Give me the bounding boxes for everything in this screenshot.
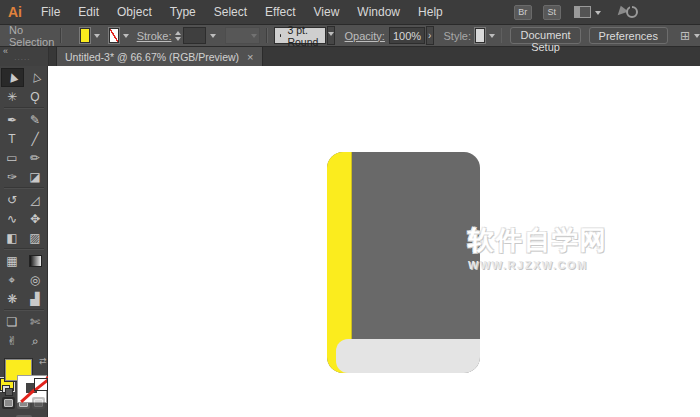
brush-preview-dot-icon bbox=[280, 34, 282, 37]
variable-width-profile-select[interactable] bbox=[225, 27, 260, 44]
opacity-label[interactable]: Opacity: bbox=[345, 30, 385, 42]
pen-tool[interactable]: ✒ bbox=[1, 110, 24, 129]
gradient-tool[interactable] bbox=[24, 251, 47, 270]
close-icon[interactable]: × bbox=[247, 52, 253, 62]
workspace-icon bbox=[574, 6, 591, 18]
illustrator-window: Ai FileEditObjectTypeSelectEffectViewWin… bbox=[0, 0, 700, 417]
mesh-tool[interactable]: ▦ bbox=[1, 251, 24, 270]
blob-brush-tool[interactable]: ✑ bbox=[1, 167, 24, 186]
brush-definition-value: 3 pt. Round bbox=[287, 24, 319, 48]
eyedropper-tool[interactable]: ⌖ bbox=[1, 270, 24, 289]
collapse-panel-button[interactable]: « bbox=[3, 47, 8, 56]
chevron-down-icon bbox=[328, 32, 334, 39]
fill-dropdown-chevron[interactable] bbox=[94, 34, 100, 41]
opacity-expand-button[interactable]: › bbox=[426, 26, 433, 45]
menu-item-file[interactable]: File bbox=[32, 0, 69, 24]
paintbrush-icon: ✎ bbox=[30, 113, 40, 127]
menu-item-effect[interactable]: Effect bbox=[256, 0, 304, 24]
type-icon: T bbox=[8, 132, 15, 146]
blob-brush-icon: ✑ bbox=[7, 170, 17, 184]
rotate-tool[interactable]: ↺ bbox=[1, 190, 24, 209]
cs-live-button[interactable] bbox=[619, 6, 638, 18]
draw-normal-button[interactable] bbox=[2, 397, 15, 409]
book-artwork[interactable] bbox=[327, 152, 480, 373]
stroke-color-swatch[interactable] bbox=[109, 28, 119, 43]
brush-panel-button[interactable]: Br bbox=[514, 5, 532, 20]
mesh-icon: ▦ bbox=[6, 254, 17, 268]
eraser-tool[interactable]: ◪ bbox=[24, 167, 47, 186]
menu-item-help[interactable]: Help bbox=[409, 0, 452, 24]
menu-item-window[interactable]: Window bbox=[348, 0, 409, 24]
workspace-switcher[interactable] bbox=[574, 6, 601, 18]
rectangle-icon: ▭ bbox=[6, 151, 17, 165]
selection-status-label: No Selection bbox=[9, 24, 54, 48]
document-setup-button[interactable]: Document Setup bbox=[510, 27, 580, 44]
stroke-weight-chevron[interactable] bbox=[210, 34, 216, 41]
document-tab[interactable]: Untitled-3* @ 66.67% (RGB/Preview) × bbox=[56, 47, 263, 67]
artboard-tool[interactable]: ❏ bbox=[1, 312, 24, 331]
separator bbox=[60, 28, 62, 43]
shape-builder-icon: ◧ bbox=[6, 231, 17, 245]
align-options-icon[interactable]: ⊞ bbox=[680, 29, 690, 43]
style-label: Style: bbox=[444, 30, 472, 42]
fill-color-swatch[interactable] bbox=[80, 28, 90, 43]
book-bottom-band-shape[interactable] bbox=[336, 339, 480, 373]
slice-icon: ✄ bbox=[30, 315, 40, 329]
stroke-weight-select[interactable] bbox=[183, 27, 206, 44]
pencil-icon: ✏ bbox=[30, 151, 40, 165]
panel-grip-icon[interactable]: ∙∙∙∙∙ bbox=[14, 56, 30, 64]
perspective-grid-tool[interactable]: ▨ bbox=[24, 228, 47, 247]
symbol-sprayer-tool[interactable]: ❋ bbox=[1, 289, 24, 308]
default-fill-stroke-icon[interactable] bbox=[2, 385, 11, 394]
magic-wand-tool[interactable]: ✳ bbox=[1, 87, 24, 106]
watermark: 软件自学网 WWW.RJZXW.COM bbox=[468, 223, 608, 271]
menu-item-type[interactable]: Type bbox=[161, 0, 205, 24]
brush-definition-chevron[interactable] bbox=[327, 26, 335, 45]
menu-item-view[interactable]: View bbox=[305, 0, 349, 24]
menu-item-object[interactable]: Object bbox=[108, 0, 161, 24]
menu-item-edit[interactable]: Edit bbox=[69, 0, 108, 24]
align-options-chevron[interactable] bbox=[694, 34, 700, 41]
pencil-tool[interactable]: ✏ bbox=[24, 148, 47, 167]
magic-wand-icon: ✳ bbox=[7, 90, 17, 104]
stroke-dropdown-chevron[interactable] bbox=[123, 34, 129, 41]
type-tool[interactable]: T bbox=[1, 129, 24, 148]
rectangle-tool[interactable]: ▭ bbox=[1, 148, 24, 167]
watermark-text: 软件自学网 bbox=[468, 223, 608, 258]
separator bbox=[501, 28, 503, 43]
selection-tool[interactable]: ▶ bbox=[1, 68, 24, 87]
symbol-sprayer-icon: ❋ bbox=[7, 292, 17, 306]
column-graph-tool[interactable]: ▟ bbox=[24, 289, 47, 308]
eyedropper-icon: ⌖ bbox=[9, 273, 16, 287]
brush-definition-select[interactable]: 3 pt. Round bbox=[274, 27, 326, 44]
style-panel-button[interactable]: St bbox=[543, 5, 561, 20]
slice-tool[interactable]: ✄ bbox=[24, 312, 47, 331]
swap-fill-stroke-icon[interactable]: ⇄ bbox=[39, 356, 47, 366]
shape-builder-tool[interactable]: ◧ bbox=[1, 228, 24, 247]
width-tool[interactable]: ∿ bbox=[1, 209, 24, 228]
tools-panel: ▶▷✳Ǫ✒✎T╱▭✏✑◪↺◿∿✥◧▨▦⌖◎❋▟❏✄✌⌕ ⇄ bbox=[0, 66, 48, 417]
artboard-canvas[interactable]: 软件自学网 WWW.RJZXW.COM bbox=[48, 66, 700, 417]
free-transform-tool[interactable]: ✥ bbox=[24, 209, 47, 228]
opacity-input[interactable]: 100% bbox=[389, 27, 425, 44]
gradient-icon bbox=[29, 255, 42, 267]
menu-item-select[interactable]: Select bbox=[205, 0, 256, 24]
zoom-icon: ⌕ bbox=[32, 334, 39, 348]
scale-tool[interactable]: ◿ bbox=[24, 190, 47, 209]
stroke-weight-stepper[interactable] bbox=[175, 28, 181, 44]
line-segment-tool[interactable]: ╱ bbox=[24, 129, 47, 148]
app-logo[interactable]: Ai bbox=[8, 4, 22, 20]
paintbrush-tool[interactable]: ✎ bbox=[24, 110, 47, 129]
zoom-tool[interactable]: ⌕ bbox=[24, 331, 47, 350]
hand-tool[interactable]: ✌ bbox=[1, 331, 24, 350]
direct-selection-tool[interactable]: ▷ bbox=[24, 68, 47, 87]
style-dropdown-chevron[interactable] bbox=[489, 34, 495, 41]
preferences-button[interactable]: Preferences bbox=[589, 27, 668, 44]
stroke-label[interactable]: Stroke: bbox=[137, 30, 172, 42]
rotate-icon: ↺ bbox=[7, 193, 17, 207]
lasso-tool[interactable]: Ǫ bbox=[24, 87, 47, 106]
blend-tool[interactable]: ◎ bbox=[24, 270, 47, 289]
style-swatch-select[interactable] bbox=[475, 28, 485, 43]
eraser-icon: ◪ bbox=[29, 170, 40, 184]
none-button[interactable] bbox=[34, 378, 48, 391]
